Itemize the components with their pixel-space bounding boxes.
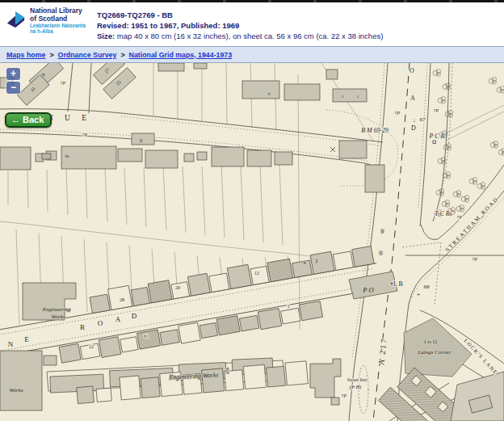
map-label: E — [24, 335, 29, 343]
logo-line-3: Leabharlann Nàiseanta — [30, 23, 86, 28]
map-label: rp — [61, 79, 66, 85]
map-label: 52 — [379, 251, 383, 256]
map-label: P C B — [429, 133, 445, 140]
map-label: rp — [342, 392, 347, 398]
map-label: 1 — [288, 304, 290, 309]
zoom-in-button[interactable]: + — [6, 68, 20, 80]
map-label: R — [80, 323, 85, 331]
map-label: + — [417, 291, 421, 298]
map-label: O — [410, 67, 414, 74]
logo-line-2: of Scotland — [30, 15, 86, 23]
logo-line-4: na h-Alba — [30, 28, 86, 34]
map-label: 174 — [225, 368, 229, 374]
map-label: 61 — [144, 334, 149, 339]
map-label: 4 — [304, 260, 306, 265]
map-label: Engineering — [42, 306, 71, 313]
map-canvas[interactable]: 29312725rpN U Erp8296931rprp↓67B M 69·29… — [0, 63, 504, 421]
sheet-size: Size: map 40 x 80 cm (16 x 32 inches), o… — [97, 31, 383, 41]
map-label: Laings Corner — [417, 349, 451, 356]
map-label: 58 — [380, 229, 384, 234]
map-label: Works — [9, 387, 23, 394]
breadcrumb: Maps home > Ordnance Survey > National G… — [0, 46, 504, 63]
map-label: 12 — [254, 271, 259, 276]
map-label: T C Bs — [435, 210, 452, 217]
map-label: B M 69·29 — [361, 127, 388, 134]
map-label: A — [410, 95, 415, 102]
map-label: rp — [82, 131, 88, 137]
sheet-info: TQ2669-TQ2769 - BB Revised: 1951 to 1967… — [97, 7, 383, 41]
breadcrumb-separator: > — [120, 51, 124, 59]
breadcrumb-national-grid-maps[interactable]: National Grid maps, 1944-1973 — [129, 51, 233, 59]
map-viewport: 29312725rpN U Erp8296931rprp↓67B M 69·29… — [0, 63, 504, 421]
map-label: D — [411, 124, 416, 132]
map-label: 1 to 12 — [424, 339, 438, 344]
map-label: Works — [51, 314, 65, 320]
map-label: O — [98, 319, 103, 327]
map-label: L B — [393, 280, 403, 288]
map-label: Swan Inn — [347, 377, 367, 382]
breadcrumb-maps-home[interactable]: Maps home — [6, 51, 45, 59]
map-label: rp — [434, 107, 439, 112]
map-label: P O — [362, 286, 373, 294]
map-label: rp — [395, 109, 401, 115]
map-label: 20 — [175, 285, 180, 290]
map-label: 12 — [89, 344, 94, 349]
page-header: National Library of Scotland Leabharlann… — [0, 2, 504, 46]
nls-logo[interactable]: National Library of Scotland Leabharlann… — [6, 7, 87, 34]
map-label: 68 — [424, 284, 430, 290]
map-label: A — [116, 315, 121, 323]
map-label: N — [8, 340, 14, 348]
map-label: 28 — [120, 297, 124, 302]
map-label: rp — [457, 213, 463, 219]
map-label: rp — [472, 255, 478, 261]
zoom-out-button[interactable]: − — [6, 82, 20, 94]
sheet-title: TQ2669-TQ2769 - BB — [97, 10, 383, 20]
breadcrumb-separator: > — [49, 51, 53, 59]
map-label: 67 — [420, 116, 426, 123]
sheet-size-value: map 40 x 80 cm (16 x 32 inches), on shee… — [115, 32, 383, 40]
nls-logo-icon — [6, 11, 26, 32]
map-label: N U E — [48, 114, 91, 122]
sheet-size-label: Size: — [97, 32, 115, 40]
back-button[interactable]: ← Back — [5, 112, 52, 128]
map-label: 2 — [316, 259, 318, 263]
map-label: 82 — [139, 138, 143, 143]
map-label: ↓ — [413, 117, 416, 124]
breadcrumb-ordnance-survey[interactable]: Ordnance Survey — [58, 51, 117, 59]
sheet-dates: Revised: 1951 to 1967, Published: 1969 — [97, 20, 383, 31]
map-label: D — [132, 312, 137, 320]
map-label: 96 — [65, 154, 70, 158]
map-zoom-controls: + − — [6, 68, 20, 95]
map-label: (P H) — [350, 384, 362, 390]
